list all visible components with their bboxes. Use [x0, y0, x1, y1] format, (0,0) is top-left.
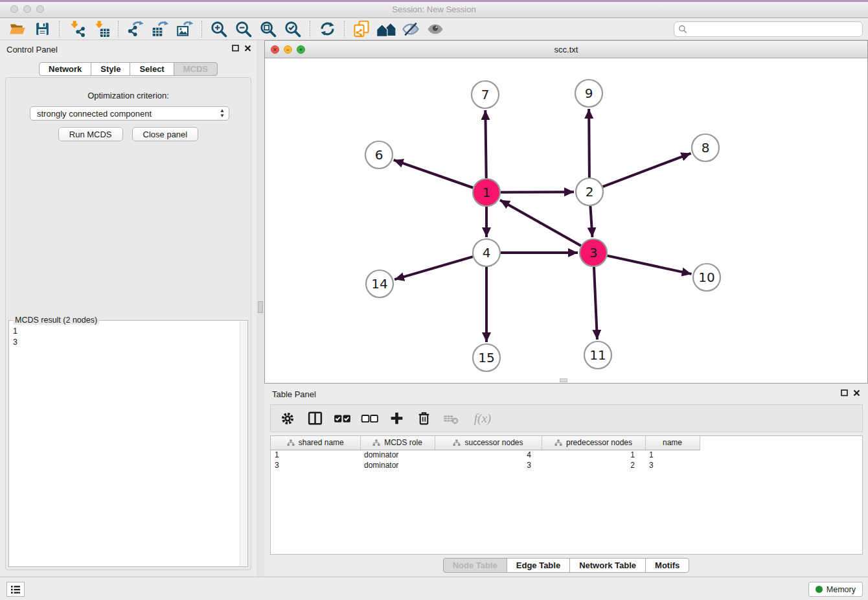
- memory-button[interactable]: Memory: [808, 582, 863, 597]
- show-columns-button[interactable]: [306, 409, 324, 428]
- open-file-button[interactable]: [5, 19, 30, 39]
- export-image-button[interactable]: [172, 19, 197, 39]
- divider-grabber[interactable]: [258, 301, 263, 313]
- export-network-button[interactable]: [123, 19, 148, 39]
- refresh-layout-button[interactable]: [315, 19, 339, 39]
- table-panel-title: Table Panel: [272, 389, 316, 399]
- graph-edge-4-14[interactable]: [394, 257, 473, 279]
- graph-edge-2-9[interactable]: [589, 109, 589, 178]
- create-column-button[interactable]: [387, 409, 405, 428]
- tab-select[interactable]: Select: [130, 62, 174, 76]
- export-table-button[interactable]: [148, 19, 172, 39]
- table-tab-edge-table[interactable]: Edge Table: [507, 558, 570, 573]
- mcds-result-box: MCDS result (2 nodes) 1 3: [8, 320, 248, 567]
- graph-edge-1-7[interactable]: [485, 110, 486, 178]
- memory-status-icon: [816, 586, 823, 593]
- search-input[interactable]: [674, 21, 863, 37]
- export-network-icon: [127, 20, 144, 38]
- zoom-in-button[interactable]: [207, 19, 231, 39]
- search-field-wrap: [674, 21, 863, 37]
- network-pages-button[interactable]: [349, 19, 374, 39]
- column-header-shared-name[interactable]: shared name: [271, 436, 360, 450]
- graph-edge-2-3[interactable]: [590, 206, 592, 237]
- graph-edge-3-1[interactable]: [500, 200, 581, 246]
- zoom-in-icon: [210, 20, 228, 38]
- tab-network[interactable]: Network: [39, 62, 91, 76]
- table-cell[interactable]: 4: [435, 450, 542, 460]
- run-mcds-button[interactable]: Run MCDS: [58, 127, 123, 141]
- hide-panels-button[interactable]: [398, 19, 423, 39]
- delete-table-button[interactable]: [442, 409, 460, 428]
- close-panel-button[interactable]: Close panel: [132, 127, 199, 141]
- optimization-criterion-label: Optimization criterion:: [6, 91, 251, 100]
- zoom-out-button[interactable]: [231, 19, 256, 39]
- show-panels-button[interactable]: [423, 19, 448, 39]
- table-tab-motifs[interactable]: Motifs: [645, 558, 689, 573]
- toolbar-separator: [310, 21, 310, 38]
- table-cell[interactable]: dominator: [360, 460, 435, 470]
- table-tab-network-table[interactable]: Network Table: [569, 558, 646, 573]
- memory-label: Memory: [827, 585, 856, 594]
- import-table-button[interactable]: [89, 19, 113, 39]
- table-panel-tabs: Node TableEdge TableNetwork TableMotifs: [264, 558, 868, 573]
- criterion-value: strongly connected component: [37, 109, 152, 119]
- save-session-button[interactable]: [30, 19, 54, 39]
- criterion-select[interactable]: strongly connected component ▲▼: [30, 106, 229, 121]
- control-panel: Control Panel NetworkStyleSelectMCDS Opt…: [0, 40, 257, 577]
- network-view-window: ✕ − + scc.txt 7968124314101511: [264, 40, 868, 384]
- import-network-button[interactable]: [64, 19, 89, 39]
- zoom-selected-icon: [284, 20, 302, 38]
- app-titlebar: Session: New Session: [0, 0, 868, 18]
- table-cell[interactable]: 1: [542, 450, 645, 460]
- graph-node-label: 4: [483, 245, 491, 260]
- column-header-MCDS-role[interactable]: MCDS role: [360, 436, 435, 450]
- graph-edge-1-6[interactable]: [394, 160, 474, 188]
- select-all-columns-button[interactable]: [333, 409, 351, 428]
- table-cell[interactable]: dominator: [360, 450, 435, 460]
- control-panel-header: Control Panel: [0, 40, 257, 58]
- function-builder-button[interactable]: f(x): [469, 409, 496, 428]
- canvas-grabber[interactable]: [560, 378, 567, 382]
- graph-node-label: 6: [375, 147, 383, 163]
- result-scrollbar[interactable]: [240, 321, 247, 566]
- network-window-titlebar[interactable]: ✕ − + scc.txt: [265, 41, 867, 58]
- panel-divider[interactable]: [257, 40, 264, 577]
- close-panel-icon[interactable]: [244, 45, 251, 52]
- graph-node-label: 15: [478, 350, 494, 365]
- float-panel-icon[interactable]: [232, 45, 239, 52]
- import-table-icon: [93, 20, 110, 38]
- table-cell[interactable]: 1: [645, 450, 700, 460]
- table-row[interactable]: 1dominator411: [271, 450, 700, 460]
- graph-edge-3-10[interactable]: [607, 256, 691, 274]
- mcds-result-lines[interactable]: 1 3: [13, 326, 237, 564]
- float-table-panel-icon[interactable]: [841, 389, 848, 397]
- graph-edge-2-8[interactable]: [603, 154, 691, 187]
- column-header-successor-nodes[interactable]: successor nodes: [435, 436, 542, 450]
- zoom-selected-button[interactable]: [280, 19, 305, 39]
- graph-edge-3-11[interactable]: [594, 267, 597, 340]
- home-button[interactable]: [374, 19, 398, 39]
- fit-content-button[interactable]: [256, 19, 280, 39]
- column-header-name[interactable]: name: [645, 436, 700, 450]
- close-table-panel-icon[interactable]: [853, 389, 860, 397]
- graph-node-label: 8: [702, 140, 710, 156]
- graph-edge-1-2[interactable]: [501, 192, 574, 192]
- table-cell[interactable]: 3: [645, 460, 700, 470]
- delete-columns-button[interactable]: [415, 409, 433, 428]
- table-cell[interactable]: 3: [271, 460, 360, 470]
- tree-icon: [372, 439, 380, 446]
- table-tab-node-table[interactable]: Node Table: [443, 558, 507, 573]
- table-row[interactable]: 3dominator323: [271, 460, 700, 470]
- table-cell[interactable]: 1: [271, 450, 360, 460]
- table-settings-button[interactable]: [279, 409, 297, 428]
- task-history-button[interactable]: [6, 582, 25, 597]
- table-cell[interactable]: 2: [542, 460, 645, 470]
- table-cell[interactable]: 3: [435, 460, 542, 470]
- tab-mcds[interactable]: MCDS: [174, 62, 218, 76]
- graph-node-label: 11: [589, 347, 606, 363]
- unselect-all-columns-button[interactable]: [360, 409, 378, 428]
- tree-icon: [554, 439, 562, 446]
- network-canvas[interactable]: 7968124314101511: [265, 58, 867, 383]
- tab-style[interactable]: Style: [91, 62, 130, 76]
- column-header-predecessor-nodes[interactable]: predecessor nodes: [542, 436, 645, 450]
